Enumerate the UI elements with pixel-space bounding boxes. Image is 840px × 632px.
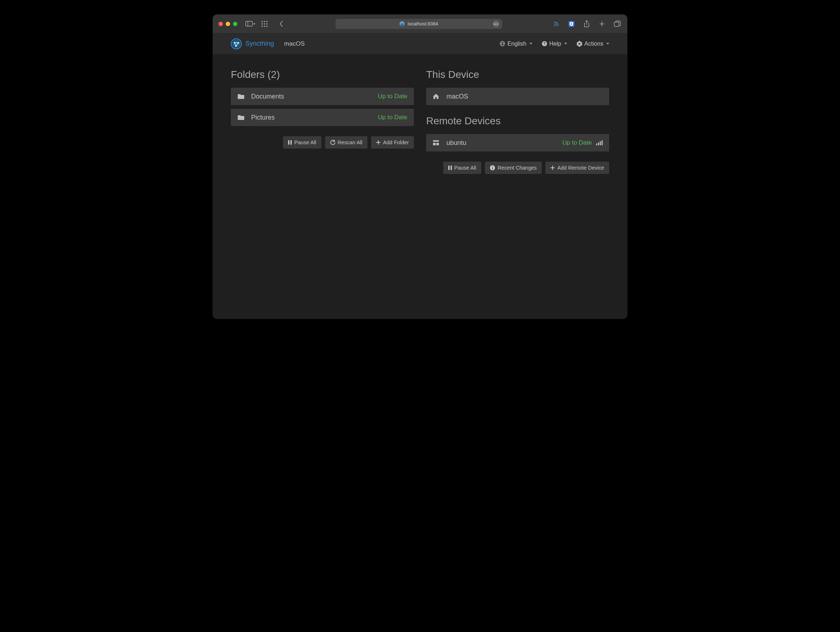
folders-column: Folders (2) Documents Up to Date Picture… (231, 69, 414, 304)
minimize-window-button[interactable] (226, 22, 230, 26)
page-actions-icon[interactable]: ••• (493, 21, 499, 27)
svg-rect-19 (614, 22, 619, 27)
language-menu-label: English (507, 41, 526, 47)
browser-titlebar: ▾ localhost:838 (213, 14, 627, 33)
remote-device-name: ubuntu (447, 139, 466, 147)
svg-rect-9 (264, 26, 265, 27)
pause-all-devices-button[interactable]: Pause All (443, 162, 481, 174)
browser-window: ▾ localhost:838 (213, 14, 627, 319)
remote-device-row[interactable]: ubuntu Up to Date (426, 134, 609, 152)
svg-rect-41 (450, 166, 452, 170)
gear-icon (576, 41, 583, 47)
add-remote-device-button[interactable]: Add Remote Device (545, 162, 609, 174)
svg-rect-38 (433, 143, 436, 145)
folder-row[interactable]: Documents Up to Date (231, 88, 414, 105)
caret-down-icon (606, 43, 609, 44)
device-actions: Pause All Recent Changes Add Remote Devi… (426, 162, 609, 174)
app-header: Syncthing macOS English (213, 33, 627, 54)
sidebar-toggle-group: ▾ (245, 20, 255, 28)
maximize-window-button[interactable] (233, 22, 237, 26)
extension-shield-icon[interactable] (567, 20, 576, 28)
actions-menu-label: Actions (584, 41, 603, 47)
svg-rect-40 (448, 166, 450, 170)
folder-name: Documents (251, 93, 284, 100)
svg-rect-37 (433, 140, 439, 142)
svg-rect-3 (264, 21, 265, 22)
this-device-heading: This Device (426, 69, 609, 81)
caret-down-icon (529, 43, 532, 44)
language-menu[interactable]: English (500, 41, 532, 47)
remote-device-icon (433, 139, 441, 146)
svg-rect-34 (291, 140, 292, 145)
svg-point-14 (402, 24, 403, 25)
svg-rect-43 (492, 167, 493, 169)
folder-row[interactable]: Pictures Up to Date (231, 109, 414, 126)
svg-rect-2 (262, 21, 263, 22)
svg-rect-5 (262, 23, 263, 24)
svg-rect-10 (266, 26, 267, 27)
rss-feed-icon[interactable] (552, 20, 561, 28)
app-menu: English ? Help Actio (500, 41, 609, 47)
svg-rect-39 (436, 143, 439, 145)
this-device-name: macOS (447, 93, 468, 100)
this-device-row[interactable]: macOS (426, 88, 609, 105)
button-label: Rescan All (338, 139, 363, 145)
add-folder-button[interactable]: Add Folder (371, 136, 414, 149)
address-bar-text: localhost:8384 (408, 21, 438, 27)
svg-rect-0 (246, 21, 253, 27)
local-device-name-header[interactable]: macOS (284, 40, 305, 47)
pause-icon (448, 166, 452, 170)
actions-menu[interactable]: Actions (576, 41, 609, 47)
remote-devices-heading: Remote Devices (426, 115, 609, 127)
close-window-button[interactable] (218, 22, 223, 26)
devices-column: This Device macOS Remote Devices ubuntu (426, 69, 609, 304)
chevron-down-icon[interactable]: ▾ (253, 22, 255, 26)
folder-status: Up to Date (378, 93, 407, 100)
help-menu-label: Help (549, 41, 561, 47)
recent-changes-button[interactable]: Recent Changes (485, 162, 542, 174)
folder-icon (237, 93, 246, 99)
svg-text:?: ? (543, 42, 545, 46)
signal-bars-icon (596, 140, 603, 145)
remote-device-status: Up to Date (562, 139, 592, 146)
brand[interactable]: Syncthing (231, 38, 274, 49)
folder-actions: Pause All Rescan All Add Folder (231, 136, 414, 149)
sidebar-toggle-icon[interactable] (245, 20, 253, 28)
rescan-all-button[interactable]: Rescan All (325, 136, 368, 149)
caret-down-icon (564, 43, 567, 44)
address-bar[interactable]: localhost:8384 ••• (336, 19, 502, 29)
help-icon: ? (542, 41, 547, 46)
button-label: Add Folder (383, 139, 409, 145)
pause-icon (288, 140, 292, 145)
site-settings-icon[interactable] (399, 21, 405, 27)
new-tab-icon[interactable] (598, 20, 606, 28)
plus-icon (551, 166, 555, 170)
button-label: Add Remote Device (557, 165, 604, 171)
folder-icon (237, 115, 246, 120)
folders-heading: Folders (2) (231, 69, 414, 81)
button-label: Pause All (455, 165, 476, 171)
globe-icon (500, 41, 505, 46)
share-icon[interactable] (583, 20, 591, 28)
svg-point-44 (492, 166, 493, 167)
window-controls (218, 22, 237, 26)
button-label: Pause All (294, 139, 316, 145)
folder-name: Pictures (251, 114, 275, 122)
start-page-grid-icon[interactable] (260, 20, 269, 28)
folder-status: Up to Date (378, 114, 407, 121)
back-button-icon[interactable] (277, 20, 286, 28)
plus-icon (376, 140, 381, 145)
refresh-icon (330, 140, 335, 145)
svg-rect-7 (266, 23, 267, 24)
brand-name: Syncthing (245, 40, 274, 47)
pause-all-folders-button[interactable]: Pause All (283, 136, 321, 149)
svg-rect-16 (571, 24, 572, 25)
home-device-icon (433, 93, 441, 100)
tab-overview-icon[interactable] (613, 20, 622, 28)
button-label: Recent Changes (497, 165, 537, 171)
svg-rect-4 (266, 21, 267, 22)
main-content: Folders (2) Documents Up to Date Picture… (213, 54, 627, 319)
svg-rect-6 (264, 23, 265, 24)
help-menu[interactable]: ? Help (542, 41, 567, 47)
svg-rect-33 (288, 140, 289, 145)
